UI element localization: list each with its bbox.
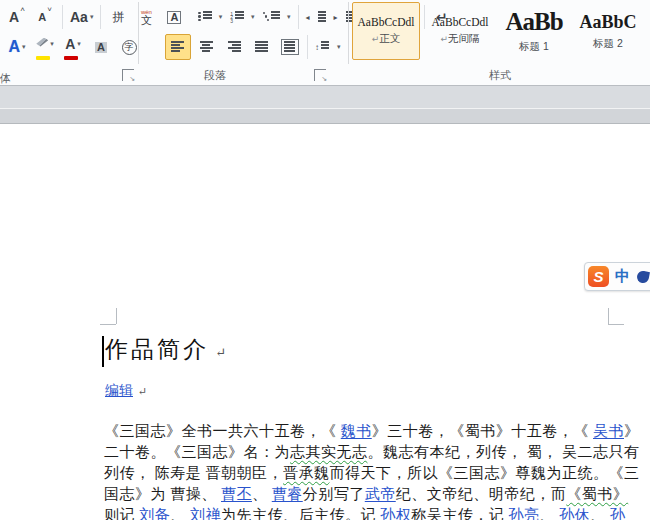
document-top-strip xyxy=(0,109,650,124)
ribbon: A˄A˅Aa▾拼wén文A▾123▾▾◂▸X▾字Z↓↵ A▾▾A▾A字↕▾▾▾ … xyxy=(0,0,650,86)
body-link[interactable]: 孙 xyxy=(610,507,626,520)
document-title: 作品简介↵ xyxy=(105,334,226,365)
text-segment: 》 xyxy=(624,423,640,439)
font-dialog-launcher-icon[interactable] xyxy=(122,69,134,81)
text-segment: 《三国志》全书一共六十五卷，《 xyxy=(104,423,341,439)
style-label: 标题 1 xyxy=(519,40,549,54)
body-link[interactable]: 孙休 xyxy=(559,507,590,520)
text-effects-button[interactable]: A▾ xyxy=(4,34,30,60)
style-card-标题2[interactable]: AaBbC标题 2 xyxy=(574,2,642,60)
align-center-button[interactable] xyxy=(193,34,219,60)
distributed-button[interactable] xyxy=(277,34,303,60)
style-card-无间隔[interactable]: AaBbCcDdl↵无间隔 xyxy=(426,2,494,60)
ribbon-lower-strip xyxy=(0,86,650,109)
body-link[interactable]: 孙权 xyxy=(380,507,411,520)
multilevel-list-button[interactable]: ▾ xyxy=(260,4,294,30)
paragraph-1: 《三国志》全书一共六十五卷，《 魏书》三十卷，《蜀书》十五卷，《 吴书》二十卷。… xyxy=(104,421,640,520)
sogou-logo-icon[interactable]: S xyxy=(588,266,609,287)
font-color-button[interactable]: A▾ xyxy=(60,31,86,63)
text-segment: 二十卷。《三国志》名：为 xyxy=(104,444,290,460)
paragraph-mark: ↵ xyxy=(138,385,147,397)
dropdown-arrow-icon[interactable]: ▾ xyxy=(90,13,94,21)
dropdown-arrow-icon[interactable]: ▾ xyxy=(287,13,291,21)
dropdown-arrow-icon[interactable]: ▾ xyxy=(251,13,255,21)
shrink-font-button[interactable]: A˅ xyxy=(32,4,58,30)
font-group-label: 字体 xyxy=(0,68,12,86)
margin-mark-icon xyxy=(116,308,117,324)
bullet-list-button[interactable]: ▾ xyxy=(195,4,225,30)
align-left-button[interactable] xyxy=(165,34,191,60)
body-link[interactable]: 刘禅 xyxy=(190,507,221,520)
style-card-正文[interactable]: AaBbCcDdl↵正文 xyxy=(352,2,420,60)
align-right-button[interactable] xyxy=(221,34,247,60)
separator xyxy=(100,5,101,29)
text-segment: 为先主传、后主传。记 xyxy=(221,507,380,520)
style-card-标题1[interactable]: AaBb标题 1 xyxy=(500,2,568,60)
group-divider xyxy=(348,2,349,64)
numbered-list-button[interactable]: 123▾ xyxy=(227,4,257,30)
paragraph-group-label: 段落 xyxy=(140,68,290,83)
dropdown-arrow-icon[interactable]: ▾ xyxy=(337,43,341,51)
text-segment: 纪、文帝纪、明帝纪，而 xyxy=(396,486,567,502)
style-preview: AaBbCcDdl xyxy=(432,16,489,28)
paragraph-dialog-launcher-icon[interactable] xyxy=(314,69,326,81)
grammar-flagged-text: 晋承魏 xyxy=(283,465,330,481)
grow-font-button[interactable]: A˄ xyxy=(4,4,30,30)
dropdown-arrow-icon[interactable]: ▾ xyxy=(219,13,223,21)
character-shading-button[interactable]: A xyxy=(88,34,114,60)
decrease-indent-button[interactable]: ◂ xyxy=(303,4,329,30)
margin-mark-icon xyxy=(608,308,609,324)
document-page[interactable]: 作品简介↵ 编辑↵ 《三国志》全书一共六十五卷，《 魏书》三十卷，《蜀书》十五卷… xyxy=(0,124,650,520)
text-segment: 、 xyxy=(170,507,190,520)
character-border-button[interactable]: A xyxy=(161,4,187,30)
body-link[interactable]: 孙亮 xyxy=(509,507,540,520)
ribbon-row-2: A▾▾A▾A字↕▾▾▾ xyxy=(0,33,408,61)
margin-mark-icon xyxy=(100,324,116,325)
body-link[interactable]: 魏书 xyxy=(341,423,372,439)
input-method-extra-icon[interactable] xyxy=(636,270,650,284)
body-link[interactable]: 刘备 xyxy=(139,507,170,520)
text-segment: 、 xyxy=(540,507,560,520)
justify-button[interactable] xyxy=(249,34,275,60)
style-preview: AaBbC xyxy=(579,12,636,33)
group-divider xyxy=(138,2,139,64)
change-case-button[interactable]: Aa▾ xyxy=(67,4,96,30)
edit-link[interactable]: 编辑 xyxy=(105,383,133,398)
styles-group-label: 样式 xyxy=(360,68,640,83)
text-line: 《三国志》全书一共六十五卷，《 魏书》三十卷，《蜀书》十五卷，《 吴书》 xyxy=(104,421,640,442)
dropdown-arrow-icon[interactable]: ▾ xyxy=(50,40,54,48)
body-link[interactable]: 吴书 xyxy=(593,423,624,439)
style-label: ↵无间隔 xyxy=(440,32,479,46)
text-segment: 称吴主传，记 xyxy=(411,507,508,520)
grammar-flagged-text: 《蜀书》 xyxy=(566,486,628,502)
body-link[interactable]: 曹睿 xyxy=(272,486,303,502)
phonetic-guide-button[interactable]: 拼 xyxy=(105,4,131,30)
app-window: A˄A˅Aa▾拼wén文A▾123▾▾◂▸X▾字Z↓↵ A▾▾A▾A字↕▾▾▾ … xyxy=(0,0,650,520)
margin-mark-icon xyxy=(608,324,624,325)
text-segment: 分别写了 xyxy=(303,486,365,502)
dropdown-arrow-icon[interactable]: ▾ xyxy=(77,40,81,48)
style-preview: AaBb xyxy=(505,8,562,36)
text-highlight-button[interactable]: ▾ xyxy=(32,31,58,63)
input-mode-chinese[interactable]: 中 xyxy=(615,267,630,286)
styles-gallery: AaBbCcDdl↵正文AaBbCcDdl↵无间隔AaBb标题 1AaBbC标题… xyxy=(352,2,650,64)
body-link[interactable]: 曹丕 xyxy=(221,486,252,502)
style-label: ↵正文 xyxy=(372,32,401,46)
text-segment: 、 xyxy=(590,507,610,520)
separator xyxy=(298,5,299,29)
line-spacing-button[interactable]: ↕▾ xyxy=(312,34,344,60)
document-title-text: 作品简介 xyxy=(105,337,209,362)
text-line: 则记 刘备、 刘禅为先主传、后主传。记 孙权称吴主传，记 孙亮、 孙休、 孙 xyxy=(104,505,640,520)
body-link[interactable]: 武帝 xyxy=(365,486,396,502)
dropdown-arrow-icon[interactable]: ▾ xyxy=(22,43,26,51)
text-segment: 国志》为 曹操、 xyxy=(104,486,221,502)
text-segment: 。魏志有本纪，列传， 蜀， 吴二志只有 xyxy=(368,444,640,460)
text-line: 列传， 陈寿是 晋朝朝臣，晋承魏而得天下，所以《三国志》尊魏为正统。《三 xyxy=(104,463,640,484)
style-preview: AaBbCcDdl xyxy=(358,16,415,28)
input-method-bar[interactable]: S 中 xyxy=(584,262,650,291)
style-label: 标题 2 xyxy=(593,37,623,51)
separator xyxy=(307,35,308,59)
text-segment: 、 xyxy=(252,486,272,502)
text-segment: 列传， 陈寿是 晋朝朝臣， xyxy=(104,465,283,481)
text-segment: 》三十卷，《蜀书》十五卷，《 xyxy=(372,423,593,439)
